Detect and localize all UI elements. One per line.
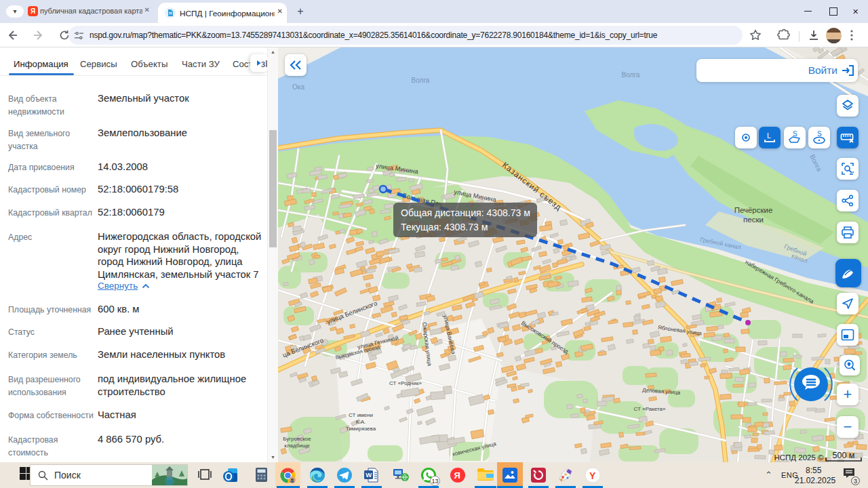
svg-text:Печёрские: Печёрские: [734, 206, 773, 214]
svg-text:S: S: [817, 130, 822, 138]
svg-text:пески: пески: [743, 216, 764, 224]
svg-text:СТ имени: СТ имени: [349, 412, 373, 418]
svg-text:НСПД 2025 ©: НСПД 2025 ©: [774, 453, 824, 462]
svg-text:Я: Я: [454, 470, 460, 481]
svg-text:СТ «Родник»: СТ «Родник»: [389, 380, 422, 386]
svg-text:Y: Y: [589, 470, 596, 481]
svg-text:СТ «Ракета»: СТ «Ракета»: [634, 406, 666, 412]
svg-text:Ока: Ока: [292, 83, 304, 91]
svg-text:кладбище: кладбище: [284, 443, 310, 449]
svg-text:К.А.: К.А.: [356, 419, 366, 425]
svg-text:500 м: 500 м: [833, 451, 855, 460]
svg-text:Волга: Волга: [622, 71, 640, 79]
svg-text:W: W: [366, 471, 372, 479]
svg-text:Бугровское: Бугровское: [283, 436, 311, 442]
svg-text:Тимирязева: Тимирязева: [346, 426, 376, 432]
svg-text:Волга: Волга: [412, 77, 430, 84]
svg-text:S: S: [793, 130, 797, 138]
svg-text:L: L: [767, 131, 771, 140]
